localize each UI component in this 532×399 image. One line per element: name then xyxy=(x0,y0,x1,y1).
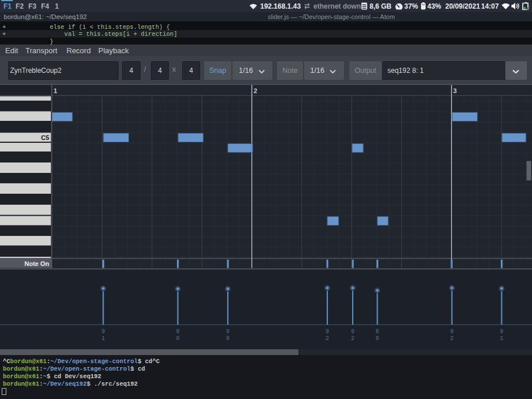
svg-text:3: 3 xyxy=(453,87,457,94)
svg-text:1: 1 xyxy=(101,335,105,342)
svg-text:0: 0 xyxy=(176,335,179,342)
svg-text:9: 9 xyxy=(176,328,179,335)
svg-text:9: 9 xyxy=(326,328,329,335)
svg-text:2: 2 xyxy=(326,335,329,342)
svg-text:1: 1 xyxy=(54,87,58,94)
svg-text:0: 0 xyxy=(226,335,230,342)
svg-text:9: 9 xyxy=(226,328,230,335)
svg-text:2: 2 xyxy=(254,87,257,94)
svg-text:6: 6 xyxy=(375,335,379,342)
svg-text:1: 1 xyxy=(500,335,503,342)
svg-text:9: 9 xyxy=(450,328,453,335)
svg-text:9: 9 xyxy=(101,328,105,335)
svg-text:9: 9 xyxy=(500,328,503,335)
svg-text:C5: C5 xyxy=(41,134,49,141)
svg-text:9: 9 xyxy=(351,328,354,335)
svg-text:Note On: Note On xyxy=(24,260,49,267)
svg-text:2: 2 xyxy=(351,335,354,342)
svg-text:2: 2 xyxy=(450,335,453,342)
svg-text:8: 8 xyxy=(375,328,379,335)
